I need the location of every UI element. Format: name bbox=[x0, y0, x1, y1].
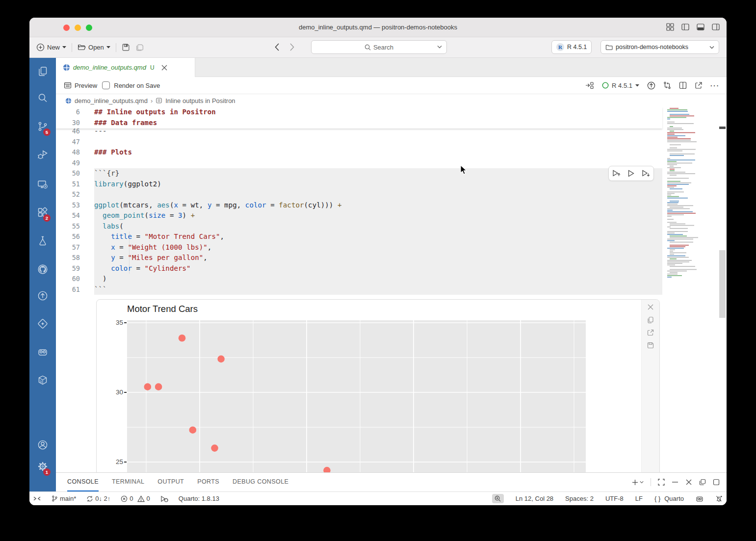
code-token: aes bbox=[157, 201, 170, 209]
code-line-58[interactable]: 58 y = "Miles per gallon", bbox=[56, 253, 662, 263]
restore-layout-icon[interactable] bbox=[699, 479, 706, 486]
open-external-icon[interactable] bbox=[695, 81, 703, 89]
minimize-panel-icon[interactable] bbox=[672, 479, 678, 486]
line-content: y = "Miles per gallon", bbox=[94, 253, 208, 263]
interpreter-button[interactable]: R R 4.5.1 bbox=[551, 40, 592, 54]
package-icon[interactable] bbox=[37, 374, 49, 386]
main-toolbar: New Open Search R R 4.5.1 bbox=[29, 37, 727, 58]
r-session-button[interactable]: R 4.5.1 bbox=[602, 82, 639, 89]
close-panel-icon[interactable] bbox=[685, 479, 692, 486]
code-line-59[interactable]: 59 color = "Cylinders" bbox=[56, 263, 662, 274]
panel-tab-debug-console[interactable]: DEBUG CONSOLE bbox=[233, 473, 288, 491]
data-point bbox=[155, 383, 162, 390]
code-line-47[interactable]: 47 bbox=[56, 137, 662, 148]
notifications-bell-icon[interactable] bbox=[715, 495, 723, 502]
assistant-icon[interactable] bbox=[37, 318, 49, 330]
indentation-status[interactable]: Spaces: 2 bbox=[565, 495, 594, 502]
code-line-61[interactable]: 61``` bbox=[56, 284, 662, 295]
assistant-robot-icon[interactable] bbox=[696, 495, 704, 502]
git-sync-status[interactable]: 0↓ 2↑ bbox=[86, 495, 110, 502]
quarto-icon bbox=[63, 64, 70, 71]
maximize-panel-icon[interactable] bbox=[713, 479, 720, 486]
search-expand-icon[interactable] bbox=[437, 45, 442, 49]
code-line-50[interactable]: 50```{r} bbox=[56, 168, 662, 179]
run-cell-button[interactable] bbox=[628, 170, 634, 177]
editor-pane[interactable]: 46---4748### Plots4950```{r}51library(gg… bbox=[56, 107, 727, 472]
close-tab-icon[interactable] bbox=[161, 65, 167, 71]
split-editor-icon[interactable] bbox=[679, 81, 687, 89]
toggle-panel-icon[interactable] bbox=[697, 23, 704, 31]
code-token: = bbox=[115, 254, 128, 261]
line-number: 48 bbox=[56, 147, 80, 158]
save-icon[interactable] bbox=[122, 43, 130, 52]
fullscreen-panel-icon[interactable] bbox=[658, 479, 665, 486]
toggle-primary-sidebar-icon[interactable] bbox=[681, 23, 689, 31]
publish-icon[interactable] bbox=[37, 290, 49, 302]
copy-plot-icon[interactable] bbox=[647, 316, 654, 323]
source-compare-icon[interactable] bbox=[663, 81, 671, 89]
more-actions-icon[interactable]: ··· bbox=[710, 82, 720, 89]
run-cells-above-button[interactable] bbox=[612, 170, 621, 177]
publish-icon[interactable] bbox=[647, 81, 655, 90]
remote-indicator[interactable] bbox=[33, 495, 41, 502]
github-icon[interactable] bbox=[37, 263, 49, 275]
run-debug-icon[interactable] bbox=[37, 149, 49, 161]
code-line-51[interactable]: 51library(ggplot2) bbox=[56, 179, 662, 190]
render-on-save-checkbox[interactable] bbox=[102, 81, 110, 89]
explorer-icon[interactable] bbox=[37, 66, 49, 77]
account-icon[interactable] bbox=[37, 439, 49, 451]
render-on-save-label: Render on Save bbox=[114, 82, 160, 89]
quarto-version-status[interactable]: Quarto: 1.8.13 bbox=[179, 495, 219, 502]
code-line-52[interactable]: 52 bbox=[56, 189, 662, 200]
breadcrumb-section[interactable]: Inline outputs in Positron bbox=[165, 97, 235, 104]
code-line-53[interactable]: 53ggplot(mtcars, aes(x = wt, y = mpg, co… bbox=[56, 200, 662, 211]
project-button[interactable]: positron-demos-notebooks bbox=[600, 40, 719, 54]
save-all-icon[interactable] bbox=[135, 43, 144, 52]
eol-status[interactable]: LF bbox=[635, 495, 643, 502]
encoding-status[interactable]: UTF-8 bbox=[605, 495, 624, 502]
databot-icon[interactable] bbox=[37, 346, 49, 358]
panel-tab-output[interactable]: OUTPUT bbox=[157, 473, 184, 491]
debug-status[interactable] bbox=[160, 495, 168, 502]
code-line-48[interactable]: 48### Plots bbox=[56, 147, 662, 158]
navigate-back-icon[interactable] bbox=[275, 43, 279, 51]
panel-tab-console[interactable]: CONSOLE bbox=[67, 473, 99, 491]
code-line-55[interactable]: 55 labs( bbox=[56, 221, 662, 232]
code-line-57[interactable]: 57 x = "Weight (1000 lbs)", bbox=[56, 242, 662, 253]
code-line-54[interactable]: 54 geom_point(size = 3) + bbox=[56, 210, 662, 221]
new-console-icon[interactable] bbox=[632, 479, 644, 486]
cursor-position-status[interactable]: Ln 12, Col 28 bbox=[516, 495, 553, 502]
run-cells-below-button[interactable] bbox=[642, 170, 650, 177]
language-mode-status[interactable]: { }Quarto bbox=[654, 495, 684, 502]
sticky-line-6[interactable]: 6## Inline outputs in Positron bbox=[56, 107, 662, 118]
panel-tab-ports[interactable]: PORTS bbox=[197, 473, 219, 491]
zoom-indicator[interactable] bbox=[492, 494, 504, 503]
line-content: ### Data frames bbox=[94, 118, 157, 129]
panel-tab-terminal[interactable]: TERMINAL bbox=[112, 473, 144, 491]
remote-explorer-icon[interactable] bbox=[37, 179, 49, 190]
problems-status[interactable]: 0 0 bbox=[121, 495, 150, 502]
preview-button[interactable]: Preview bbox=[64, 81, 97, 89]
minimap[interactable] bbox=[665, 107, 706, 303]
tab-demo-inline-outputs[interactable]: demo_inline_outputs.qmd U bbox=[56, 58, 195, 77]
navigate-forward-icon[interactable] bbox=[290, 43, 294, 51]
code-line-49[interactable]: 49 bbox=[56, 158, 662, 169]
breadcrumb-file[interactable]: demo_inline_outputs.qmd bbox=[75, 97, 148, 104]
toggle-secondary-sidebar-icon[interactable] bbox=[712, 23, 720, 31]
open-plot-external-icon[interactable] bbox=[647, 329, 654, 336]
git-branch-status[interactable]: main* bbox=[51, 495, 76, 502]
save-plot-icon[interactable] bbox=[647, 342, 654, 349]
run-flow-icon[interactable] bbox=[585, 81, 594, 89]
line-number: 60 bbox=[56, 274, 80, 284]
search-input[interactable]: Search bbox=[311, 40, 447, 54]
search-icon[interactable] bbox=[37, 92, 49, 104]
code-line-60[interactable]: 60 ) bbox=[56, 274, 662, 284]
new-button[interactable]: New bbox=[36, 43, 66, 52]
testing-icon[interactable] bbox=[37, 235, 49, 247]
open-button[interactable]: Open bbox=[78, 43, 110, 52]
editor-scrollbar[interactable] bbox=[719, 250, 726, 318]
sticky-line-30[interactable]: 30### Data frames bbox=[56, 118, 662, 129]
code-line-56[interactable]: 56 title = "Motor Trend Cars", bbox=[56, 232, 662, 242]
customize-layout-icon[interactable] bbox=[666, 23, 674, 31]
close-plot-icon[interactable] bbox=[647, 304, 654, 310]
